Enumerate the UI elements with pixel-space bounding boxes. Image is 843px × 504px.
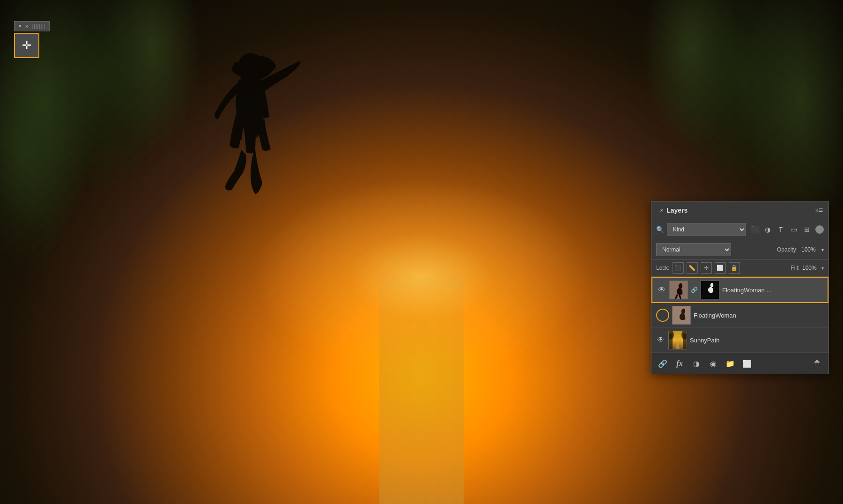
layer-item-floating-woman[interactable]: FloatingWoman xyxy=(651,303,828,328)
new-group-button[interactable]: 📁 xyxy=(724,357,737,370)
panel-collapse-button[interactable]: » xyxy=(815,207,819,214)
tool-grip: |||||||| xyxy=(32,24,46,29)
lock-row: Lock: ⬛ ✏️ ✛ ⬜ 🔒 Fill: 100% ▾ xyxy=(651,259,828,277)
layer-link-circle-2[interactable] xyxy=(656,309,669,322)
layer-item-sunny-path[interactable]: 👁 xyxy=(651,328,828,353)
delete-layer-button[interactable]: 🗑 xyxy=(811,357,824,370)
lock-position-button[interactable]: ✛ xyxy=(701,262,712,274)
layer-thumbnail-1 xyxy=(669,281,688,299)
layers-list: 👁 🔗 xyxy=(651,277,828,353)
layer-name-2: FloatingWoman xyxy=(694,312,824,319)
blend-mode-select[interactable]: Normal Dissolve Multiply Screen Overlay xyxy=(656,243,731,256)
layer-thumbnail-3 xyxy=(668,331,687,349)
layer-name-3: SunnyPath xyxy=(690,337,824,344)
panel-bottom-toolbar: 🔗 fx ◑ ◉ 📁 ⬜ 🗑 xyxy=(651,353,828,374)
layer-chain-icon-1: 🔗 xyxy=(691,287,698,293)
filter-icons: ⬛ ◑ T ▭ ⊞ xyxy=(749,224,813,235)
layer-name-1: FloatingWoman ... xyxy=(722,287,823,294)
lock-transparent-button[interactable]: ⬛ xyxy=(673,262,684,274)
smart-filter-button[interactable]: ⊞ xyxy=(801,224,813,235)
layers-panel: × Layers » ≡ 🔍 Kind ⬛ ◑ T ▭ ⊞ Normal Dis xyxy=(651,201,829,374)
lock-all-button[interactable]: 🔒 xyxy=(729,262,740,274)
opacity-value: 100% xyxy=(801,246,818,253)
layer-visibility-button-1[interactable]: 👁 xyxy=(657,286,666,294)
panel-header: × Layers » ≡ xyxy=(651,202,828,219)
fx-button[interactable]: fx xyxy=(673,357,686,370)
adjustment-filter-button[interactable]: ◑ xyxy=(762,224,773,235)
pixel-filter-button[interactable]: ⬛ xyxy=(749,224,760,235)
add-mask-button[interactable]: ◑ xyxy=(690,357,703,370)
tool-close-button[interactable]: × xyxy=(18,23,22,30)
kind-filter-select[interactable]: Kind xyxy=(667,223,746,236)
search-icon: 🔍 xyxy=(656,226,664,233)
tool-header-bar: × » |||||||| xyxy=(14,21,50,31)
panel-close-button[interactable]: × xyxy=(657,206,666,215)
opacity-dropdown-button[interactable]: ▾ xyxy=(821,247,824,252)
fill-value: 100% xyxy=(802,265,819,271)
move-tool-panel[interactable]: ✛ xyxy=(14,33,39,58)
fill-dropdown-button[interactable]: ▾ xyxy=(821,266,824,271)
layer-item-floating-woman-smart[interactable]: 👁 🔗 xyxy=(651,277,828,303)
layer-visibility-button-3[interactable]: 👁 xyxy=(656,336,666,344)
lock-artboard-button[interactable]: ⬜ xyxy=(715,262,726,274)
layer-thumbnail-2 xyxy=(672,306,691,325)
tool-expand-button[interactable]: » xyxy=(25,23,29,30)
fill-label: Fill: xyxy=(791,265,799,271)
blend-mode-row: Normal Dissolve Multiply Screen Overlay … xyxy=(651,240,828,259)
light-glow xyxy=(253,177,590,378)
shape-filter-button[interactable]: ▭ xyxy=(788,224,799,235)
panel-menu-button[interactable]: ≡ xyxy=(819,206,823,215)
new-layer-button[interactable]: ⬜ xyxy=(740,357,754,370)
lock-label: Lock: xyxy=(656,265,670,271)
layer-mask-1 xyxy=(701,281,719,299)
filter-row: 🔍 Kind ⬛ ◑ T ▭ ⊞ xyxy=(651,219,828,240)
move-tool-icon: ✛ xyxy=(22,39,31,52)
text-filter-button[interactable]: T xyxy=(775,224,786,235)
new-adjustment-button[interactable]: ◉ xyxy=(707,357,720,370)
opacity-label: Opacity: xyxy=(777,246,798,253)
panel-title: Layers xyxy=(666,207,688,214)
link-layers-button[interactable]: 🔗 xyxy=(656,357,669,370)
lock-pixels-button[interactable]: ✏️ xyxy=(687,262,698,274)
filter-toggle-button[interactable] xyxy=(815,225,824,234)
